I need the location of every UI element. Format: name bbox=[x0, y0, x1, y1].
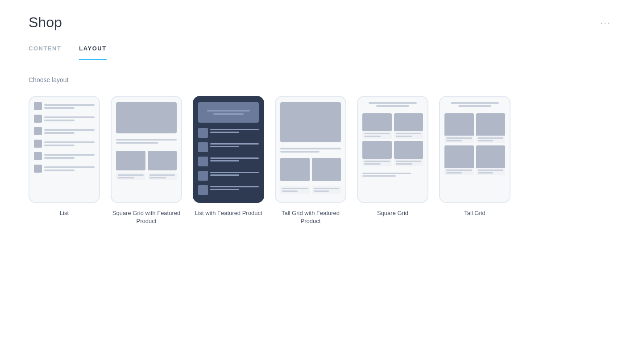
layout-label-square-grid: Square Grid bbox=[377, 209, 408, 217]
page-header: Shop ··· bbox=[0, 0, 639, 38]
layout-item-tall-grid[interactable]: Tall Grid bbox=[439, 96, 510, 225]
layout-preview-square-grid-featured bbox=[111, 96, 182, 203]
layout-item-tall-grid-featured[interactable]: Tall Grid with Featured Product bbox=[275, 96, 346, 225]
layout-label-square-grid-featured: Square Grid with Featured Product bbox=[111, 209, 182, 225]
layout-preview-list-featured bbox=[193, 96, 264, 203]
main-content: Choose layout List bbox=[0, 60, 639, 241]
layout-preview-list bbox=[29, 96, 100, 203]
layout-item-list-featured[interactable]: List with Featured Product bbox=[193, 96, 264, 225]
layout-preview-square-grid bbox=[357, 96, 428, 203]
layout-label-list-featured: List with Featured Product bbox=[195, 209, 262, 217]
layout-label-tall-grid-featured: Tall Grid with Featured Product bbox=[275, 209, 346, 225]
tabs-bar: CONTENT LAYOUT bbox=[0, 38, 639, 60]
section-label: Choose layout bbox=[29, 76, 610, 83]
layout-item-list[interactable]: List bbox=[29, 96, 100, 225]
layout-item-square-grid[interactable]: Square Grid bbox=[357, 96, 428, 225]
layout-label-list: List bbox=[60, 209, 69, 217]
layout-label-tall-grid: Tall Grid bbox=[464, 209, 485, 217]
more-options-button[interactable]: ··· bbox=[600, 17, 610, 28]
tab-content[interactable]: CONTENT bbox=[29, 38, 61, 60]
tab-layout[interactable]: LAYOUT bbox=[79, 38, 106, 60]
page-title: Shop bbox=[29, 14, 62, 31]
layout-preview-tall-grid bbox=[439, 96, 510, 203]
layout-item-square-grid-featured[interactable]: Square Grid with Featured Product bbox=[111, 96, 182, 225]
layout-preview-tall-grid-featured bbox=[275, 96, 346, 203]
layouts-row: List bbox=[29, 96, 610, 225]
